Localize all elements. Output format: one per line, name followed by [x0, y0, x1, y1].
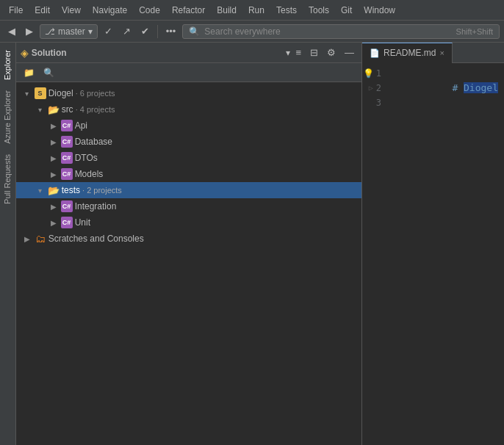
- vcs-check1-button[interactable]: ✓: [101, 24, 116, 38]
- tree-item-dtos[interactable]: ▶ C# DTOs: [16, 150, 361, 166]
- code-h1-diogel: Diogel: [464, 82, 498, 93]
- panel-gear-button[interactable]: ⚙: [324, 46, 339, 59]
- folder-icon-src: 📂: [48, 104, 60, 115]
- sidebar-tab-azure[interactable]: Azure Explorer: [1, 86, 13, 148]
- line-num-2: 2: [376, 81, 381, 95]
- line-num-1: 1: [376, 66, 381, 81]
- tree-item-src[interactable]: ▾ 📂 src · 4 projects: [16, 101, 361, 117]
- panel-folder-button[interactable]: 📁: [21, 67, 37, 79]
- toolbar-separator: [157, 25, 158, 38]
- panel-minimize-button[interactable]: —: [342, 46, 357, 59]
- tree-item-tests[interactable]: ▾ 📂 tests · 2 projects: [16, 182, 361, 198]
- csharp-icon-models: C#: [61, 168, 73, 180]
- tree-item-scratches[interactable]: ▶ 🗂 Scratches and Consoles: [16, 231, 361, 247]
- search-icon: 🔍: [189, 26, 200, 37]
- editor-text[interactable]: # Diogel: [389, 63, 504, 445]
- menu-tools[interactable]: Tools: [303, 4, 335, 17]
- folder-icon-tests: 📂: [48, 184, 60, 196]
- left-sidebar-tabs: Explorer Azure Explorer Pull Requests: [0, 43, 16, 445]
- editor-area: 📄 README.md × 💡 1 ▷ 2 3: [362, 43, 504, 445]
- toggle-models: ▶: [48, 170, 59, 178]
- branch-chevron-icon: ▾: [88, 26, 93, 37]
- toggle-diogel: ▾: [22, 90, 32, 98]
- menu-navigate[interactable]: Navigate: [87, 4, 133, 17]
- tree-item-diogel[interactable]: ▾ S Diogel · 6 projects: [16, 85, 361, 101]
- tab-close-button[interactable]: ×: [439, 48, 444, 57]
- toggle-scratches: ▶: [22, 235, 32, 243]
- toggle-dtos: ▶: [48, 154, 59, 162]
- tree-label-diogel: Diogel · 6 projects: [48, 88, 115, 98]
- menu-view[interactable]: View: [56, 4, 87, 17]
- tree-label-src: src · 4 projects: [62, 104, 115, 115]
- menu-code[interactable]: Code: [133, 4, 166, 17]
- forward-button[interactable]: ▶: [22, 24, 37, 38]
- solution-icon: ◈: [21, 47, 29, 59]
- solution-tree[interactable]: ▾ S Diogel · 6 projects ▾ 📂 src · 4 proj…: [16, 82, 361, 445]
- tree-label-models: Models: [75, 169, 104, 179]
- tab-label: README.md: [384, 48, 436, 58]
- line-numbers: 💡 1 ▷ 2 3: [362, 63, 389, 445]
- sidebar-tab-explorer[interactable]: Explorer: [1, 46, 13, 84]
- panel-title-chevron: ▾: [286, 48, 290, 58]
- search-shortcut: Shift+Shift: [456, 27, 493, 36]
- menu-run[interactable]: Run: [242, 4, 270, 17]
- csharp-icon-unit: C#: [61, 217, 73, 228]
- code-line-1: # Diogel: [395, 66, 498, 81]
- line-number-3: 3: [362, 95, 386, 110]
- tree-item-models[interactable]: ▶ C# Models: [16, 166, 361, 182]
- scratch-icon: 🗂: [35, 233, 46, 245]
- toggle-tests: ▾: [35, 187, 46, 195]
- toolbar: ◀ ▶ ⎇ master ▾ ✓ ↗ ✔ ••• 🔍 Search everyw…: [0, 21, 504, 43]
- editor-content: 💡 1 ▷ 2 3 # Diogel: [362, 63, 504, 445]
- tree-item-integration[interactable]: ▶ C# Integration: [16, 198, 361, 214]
- tree-label-scratches: Scratches and Consoles: [48, 234, 144, 244]
- tree-item-database[interactable]: ▶ C# Database: [16, 134, 361, 150]
- tree-item-api[interactable]: ▶ C# Api: [16, 117, 361, 134]
- csharp-icon-dtos: C#: [61, 152, 73, 164]
- panel-list-button[interactable]: ≡: [293, 46, 305, 59]
- panel-search-button[interactable]: 🔍: [40, 67, 57, 79]
- search-placeholder: Search everywhere: [204, 26, 280, 37]
- menu-file[interactable]: File: [3, 4, 29, 17]
- menu-edit[interactable]: Edit: [29, 4, 56, 17]
- tree-label-unit: Unit: [75, 217, 90, 228]
- tree-label-dtos: DTOs: [75, 153, 98, 163]
- branch-icon: ⎇: [45, 26, 55, 37]
- panel-title: Solution: [32, 48, 283, 58]
- vcs-check2-button[interactable]: ↗: [119, 24, 134, 38]
- menu-refactor[interactable]: Refactor: [166, 4, 211, 17]
- tree-label-database: Database: [75, 137, 112, 147]
- tree-label-integration: Integration: [75, 201, 117, 211]
- back-button[interactable]: ◀: [4, 24, 19, 38]
- solution-panel: ◈ Solution ▾ ≡ ⊟ ⚙ — 📁 🔍 ▾ S Dio: [16, 43, 362, 445]
- csharp-icon-database: C#: [61, 136, 73, 148]
- vcs-check3-button[interactable]: ✔: [137, 24, 153, 38]
- toggle-integration: ▶: [48, 203, 59, 211]
- toggle-database: ▶: [48, 138, 59, 146]
- main-layout: Explorer Azure Explorer Pull Requests ◈ …: [0, 43, 504, 445]
- tab-file-icon: 📄: [370, 48, 380, 58]
- toggle-api: ▶: [48, 122, 59, 130]
- sidebar-tab-pull-requests[interactable]: Pull Requests: [1, 150, 13, 209]
- csharp-icon-integration: C#: [61, 200, 73, 212]
- gutter-bulb-icon: 💡: [363, 66, 373, 81]
- toggle-src: ▾: [35, 106, 46, 114]
- menu-build[interactable]: Build: [211, 4, 242, 17]
- menu-tests[interactable]: Tests: [270, 4, 303, 17]
- menu-window[interactable]: Window: [358, 4, 401, 17]
- panel-toolbar: 📁 🔍: [16, 63, 361, 82]
- search-box[interactable]: 🔍 Search everywhere Shift+Shift: [182, 24, 500, 39]
- menu-git[interactable]: Git: [335, 4, 358, 17]
- branch-selector[interactable]: ⎇ master ▾: [40, 24, 98, 39]
- csharp-icon-api: C#: [61, 120, 73, 131]
- branch-name: master: [58, 26, 85, 37]
- toggle-unit: ▶: [48, 219, 59, 227]
- panel-split-button[interactable]: ⊟: [307, 46, 321, 59]
- editor-tab-readme[interactable]: 📄 README.md ×: [362, 43, 453, 63]
- solution-icon-diogel: S: [35, 87, 46, 99]
- line-num-3: 3: [376, 95, 381, 110]
- tree-item-unit[interactable]: ▶ C# Unit: [16, 214, 361, 231]
- line-number-1: 💡 1: [362, 66, 386, 81]
- more-button[interactable]: •••: [162, 24, 180, 38]
- editor-tab-bar: 📄 README.md ×: [362, 43, 504, 63]
